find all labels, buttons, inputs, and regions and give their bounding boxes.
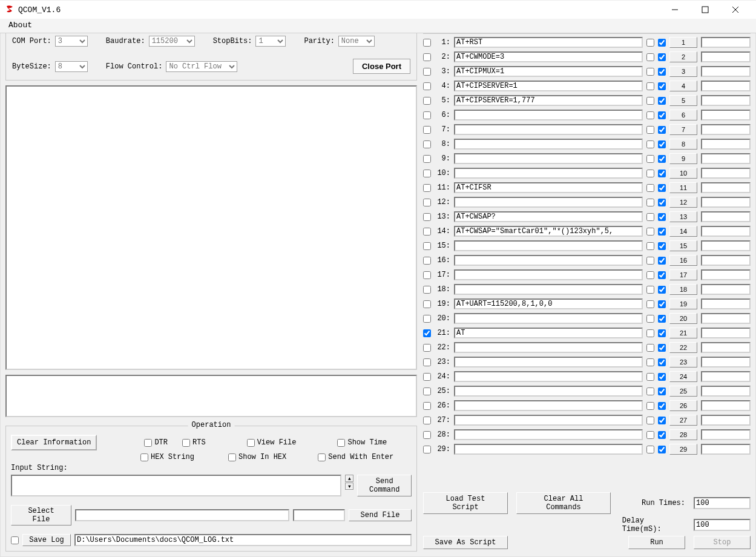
- row-opt2-checkbox[interactable]: [658, 199, 666, 206]
- row-opt2-checkbox[interactable]: [658, 242, 666, 250]
- row-send-button[interactable]: 29: [669, 444, 697, 455]
- row-select-checkbox[interactable]: [423, 213, 431, 221]
- row-send-button[interactable]: 3: [669, 66, 697, 77]
- row-send-button[interactable]: 6: [669, 110, 697, 120]
- row-opt2-checkbox[interactable]: [658, 126, 666, 134]
- row-select-checkbox[interactable]: [423, 358, 431, 366]
- row-send-button[interactable]: 16: [669, 255, 697, 266]
- row-opt1-checkbox[interactable]: [646, 417, 654, 424]
- command-text-field[interactable]: [454, 313, 643, 324]
- command-text-field[interactable]: [454, 284, 643, 295]
- row-select-checkbox[interactable]: [423, 387, 431, 395]
- row-send-button[interactable]: 8: [669, 139, 697, 150]
- row-opt1-checkbox[interactable]: [646, 39, 654, 47]
- row-opt2-checkbox[interactable]: [658, 140, 666, 148]
- row-select-checkbox[interactable]: [423, 329, 431, 337]
- row-delay-field[interactable]: [701, 139, 751, 150]
- command-text-field[interactable]: [454, 444, 643, 455]
- save-log-button[interactable]: Save Log: [22, 534, 71, 546]
- row-opt2-checkbox[interactable]: [658, 417, 666, 424]
- row-select-checkbox[interactable]: [423, 257, 431, 265]
- row-send-button[interactable]: 5: [669, 95, 697, 106]
- row-opt1-checkbox[interactable]: [646, 271, 654, 279]
- command-text-field[interactable]: [454, 153, 643, 164]
- row-delay-field[interactable]: [701, 444, 751, 455]
- row-delay-field[interactable]: [701, 255, 751, 266]
- row-opt1-checkbox[interactable]: [646, 431, 654, 439]
- row-select-checkbox[interactable]: [423, 53, 431, 61]
- row-select-checkbox[interactable]: [423, 68, 431, 76]
- row-select-checkbox[interactable]: [423, 39, 431, 47]
- row-send-button[interactable]: 10: [669, 168, 697, 179]
- row-send-button[interactable]: 28: [669, 429, 697, 440]
- row-select-checkbox[interactable]: [423, 402, 431, 410]
- row-opt2-checkbox[interactable]: [658, 53, 666, 61]
- command-text-field[interactable]: [454, 371, 643, 382]
- send-file-button[interactable]: Send File: [349, 509, 412, 521]
- command-text-field[interactable]: [454, 211, 643, 222]
- row-select-checkbox[interactable]: [423, 271, 431, 279]
- row-delay-field[interactable]: [701, 66, 751, 77]
- row-delay-field[interactable]: [701, 81, 751, 91]
- command-text-field[interactable]: [454, 240, 643, 251]
- row-send-button[interactable]: 18: [669, 284, 697, 295]
- command-text-field[interactable]: [454, 342, 643, 353]
- command-text-field[interactable]: [454, 66, 643, 77]
- stop-button[interactable]: Stop: [694, 536, 751, 549]
- spinner-down-icon[interactable]: ▼: [345, 483, 353, 490]
- row-opt1-checkbox[interactable]: [646, 300, 654, 308]
- run-times-field[interactable]: [694, 497, 751, 509]
- row-delay-field[interactable]: [701, 429, 751, 440]
- close-port-button[interactable]: Close Port: [353, 59, 410, 74]
- row-opt1-checkbox[interactable]: [646, 315, 654, 323]
- row-send-button[interactable]: 17: [669, 269, 697, 280]
- row-delay-field[interactable]: [701, 226, 751, 237]
- row-delay-field[interactable]: [701, 37, 751, 48]
- row-send-button[interactable]: 4: [669, 81, 697, 91]
- command-text-field[interactable]: [454, 269, 643, 280]
- row-opt2-checkbox[interactable]: [658, 300, 666, 308]
- command-text-field[interactable]: [454, 168, 643, 179]
- stopbits-select[interactable]: 1: [255, 36, 286, 47]
- baudrate-select[interactable]: 115200: [149, 36, 195, 47]
- row-opt2-checkbox[interactable]: [658, 257, 666, 265]
- row-opt2-checkbox[interactable]: [658, 402, 666, 410]
- row-opt1-checkbox[interactable]: [646, 213, 654, 221]
- row-send-button[interactable]: 15: [669, 240, 697, 251]
- row-delay-field[interactable]: [701, 110, 751, 120]
- row-select-checkbox[interactable]: [423, 315, 431, 323]
- delay-time-field[interactable]: [694, 519, 751, 531]
- row-opt1-checkbox[interactable]: [646, 155, 654, 163]
- row-opt2-checkbox[interactable]: [658, 431, 666, 439]
- row-send-button[interactable]: 14: [669, 226, 697, 237]
- row-delay-field[interactable]: [701, 153, 751, 164]
- row-select-checkbox[interactable]: [423, 111, 431, 119]
- maximize-button[interactable]: [695, 2, 715, 17]
- row-select-checkbox[interactable]: [423, 446, 431, 453]
- row-delay-field[interactable]: [701, 240, 751, 251]
- row-send-button[interactable]: 27: [669, 415, 697, 426]
- command-text-field[interactable]: [454, 226, 643, 237]
- row-opt1-checkbox[interactable]: [646, 257, 654, 265]
- row-send-button[interactable]: 9: [669, 153, 697, 164]
- row-delay-field[interactable]: [701, 357, 751, 367]
- send-with-enter-checkbox[interactable]: Send With Enter: [318, 453, 393, 461]
- row-select-checkbox[interactable]: [423, 431, 431, 439]
- row-select-checkbox[interactable]: [423, 97, 431, 105]
- save-as-script-button[interactable]: Save As Script: [423, 536, 508, 549]
- row-opt2-checkbox[interactable]: [658, 184, 666, 192]
- row-send-button[interactable]: 24: [669, 371, 697, 382]
- command-text-field[interactable]: [454, 400, 643, 411]
- row-send-button[interactable]: 25: [669, 386, 697, 397]
- row-send-button[interactable]: 11: [669, 182, 697, 193]
- row-opt1-checkbox[interactable]: [646, 329, 654, 337]
- clear-all-commands-button[interactable]: Clear All Commands: [516, 492, 611, 514]
- save-log-checkbox[interactable]: [11, 536, 19, 544]
- row-select-checkbox[interactable]: [423, 417, 431, 424]
- row-select-checkbox[interactable]: [423, 286, 431, 294]
- row-opt1-checkbox[interactable]: [646, 402, 654, 410]
- row-opt2-checkbox[interactable]: [658, 155, 666, 163]
- row-delay-field[interactable]: [701, 211, 751, 222]
- row-opt2-checkbox[interactable]: [658, 111, 666, 119]
- row-select-checkbox[interactable]: [423, 373, 431, 381]
